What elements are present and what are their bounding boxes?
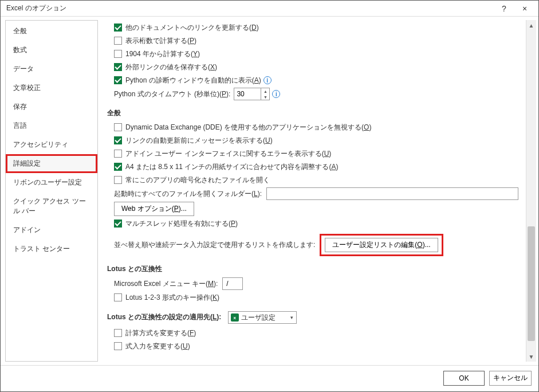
cancel-button[interactable]: キャンセル <box>489 371 532 386</box>
label-lotus-keys: Lotus 1-2-3 形式のキー操作(K) <box>125 293 219 303</box>
sidebar-item-trust-center[interactable]: トラスト センター <box>6 240 97 258</box>
checkbox-scale-a4-letter[interactable] <box>114 163 122 171</box>
lotus-apply-select[interactable]: xユーザ設定 ▾ <box>228 311 297 324</box>
sidebar-item-language[interactable]: 言語 <box>6 116 97 135</box>
info-icon[interactable]: i <box>272 90 280 98</box>
checkbox-transition-entry[interactable] <box>114 342 122 350</box>
python-timeout-label: Python 式のタイムアウト (秒単位)(P): <box>114 89 230 99</box>
web-options-button[interactable]: Web オプション(P)... <box>114 202 194 216</box>
checkbox-save-external-links[interactable] <box>114 63 122 71</box>
checkbox-update-links[interactable] <box>114 23 122 32</box>
edit-custom-lists-button[interactable]: ユーザー設定リストの編集(O)... <box>325 238 438 252</box>
chevron-down-icon: ▾ <box>289 315 295 320</box>
checkbox-always-open-encrypted[interactable] <box>114 176 122 184</box>
scroll-thumb[interactable] <box>528 226 535 341</box>
checkbox-addin-ui-errors[interactable] <box>114 150 122 158</box>
spinner-up-icon[interactable]: ▲ <box>261 88 269 94</box>
checkbox-transition-eval[interactable] <box>114 329 122 337</box>
section-lotus-apply: Lotus との互換性の設定の適用先(L): xユーザ設定 ▾ <box>107 311 521 324</box>
sidebar-item-data[interactable]: データ <box>6 60 97 79</box>
checkbox-1904-date[interactable] <box>114 50 122 58</box>
sidebar-item-formulas[interactable]: 数式 <box>6 41 97 60</box>
close-button[interactable]: × <box>514 1 535 17</box>
scroll-up-icon[interactable]: ▲ <box>526 20 536 30</box>
label-1904-date: 1904 年から計算する(Y) <box>125 49 200 59</box>
sidebar-item-general[interactable]: 全般 <box>6 22 97 41</box>
python-timeout-spinner[interactable]: ▲▼ <box>234 88 270 100</box>
checkbox-python-diag[interactable] <box>114 76 122 84</box>
menu-key-label: Microsoft Excel メニュー キー(M): <box>114 279 218 289</box>
section-lotus: Lotus との互換性 <box>107 264 521 274</box>
label-python-diag: Python の診断ウィンドウを自動的に表示(A) <box>125 76 261 85</box>
spinner-down-icon[interactable]: ▼ <box>261 94 269 100</box>
section-general: 全般 <box>107 108 521 118</box>
sidebar-item-accessibility[interactable]: アクセシビリティ <box>6 135 97 154</box>
checkbox-precision-as-displayed[interactable] <box>114 37 122 45</box>
checkbox-lotus-keys[interactable] <box>114 293 122 301</box>
sidebar-item-save[interactable]: 保存 <box>6 97 97 116</box>
help-button[interactable]: ? <box>494 1 514 17</box>
checkbox-ask-update-links[interactable] <box>114 136 122 144</box>
custom-list-label: 並べ替え順や連続データ入力設定で使用するリストを作成します: <box>114 240 315 250</box>
label-transition-eval: 計算方式を変更する(F) <box>125 328 196 338</box>
label-addin-ui-errors: アドイン ユーザー インターフェイスに関するエラーを表示する(U) <box>125 149 331 159</box>
label-ask-update-links: リンクの自動更新前にメッセージを表示する(U) <box>125 136 273 146</box>
options-content: 他のドキュメントへのリンクを更新する(D) 表示桁数で計算する(P) 1904 … <box>100 20 526 362</box>
startup-folder-input[interactable] <box>266 187 518 200</box>
python-timeout-input[interactable] <box>234 89 261 99</box>
checkbox-ignore-dde[interactable] <box>114 123 122 131</box>
checkbox-multithread[interactable] <box>114 219 122 228</box>
sidebar-item-advanced[interactable]: 詳細設定 <box>6 154 97 173</box>
label-save-external-links: 外部リンクの値を保存する(X) <box>125 62 217 72</box>
label-multithread: マルチスレッド処理を有効にする(P) <box>125 219 238 229</box>
menu-key-input[interactable] <box>222 277 243 290</box>
category-sidebar: 全般 数式 データ 文章校正 保存 言語 アクセシビリティ 詳細設定 リボンのユ… <box>5 20 98 362</box>
sidebar-item-quick-access[interactable]: クイック アクセス ツール バー <box>6 192 97 221</box>
sidebar-item-addins[interactable]: アドイン <box>6 221 97 240</box>
sidebar-item-proofing[interactable]: 文章校正 <box>6 79 97 97</box>
sidebar-item-customize-ribbon[interactable]: リボンのユーザー設定 <box>6 173 97 192</box>
ok-button[interactable]: OK <box>443 371 485 386</box>
window-title: Excel のオプション <box>6 3 494 13</box>
label-always-open-encrypted: 常にこのアプリの暗号化されたファイルを開く <box>125 175 270 185</box>
label-update-links: 他のドキュメントへのリンクを更新する(D) <box>125 23 259 33</box>
label-precision-as-displayed: 表示桁数で計算する(P) <box>125 36 196 46</box>
label-scale-a4-letter: A4 または 8.5 x 11 インチの用紙サイズに合わせて内容を調整する(A) <box>125 162 338 172</box>
excel-sheet-icon: x <box>231 313 239 322</box>
label-ignore-dde: Dynamic Data Exchange (DDE) を使用する他のアプリケー… <box>125 123 371 132</box>
scroll-down-icon[interactable]: ▼ <box>526 351 536 362</box>
startup-folder-label: 起動時にすべてのファイルを開くフォルダー(L): <box>114 189 262 199</box>
vertical-scrollbar[interactable]: ▲ ▼ <box>526 20 536 362</box>
info-icon[interactable]: i <box>263 76 272 84</box>
label-transition-entry: 式入力を変更する(U) <box>125 342 190 351</box>
